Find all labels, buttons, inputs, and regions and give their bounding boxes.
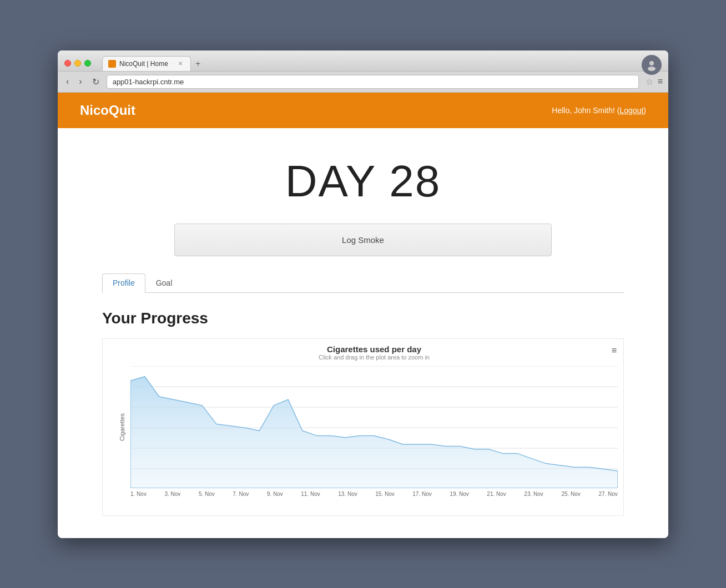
header-user-info: Hello, John Smith! (Logout) [552,106,646,115]
traffic-lights [64,60,91,67]
chart-title: Cigarettes used per day [130,344,618,354]
x-axis-labels: 1. Nov 3. Nov 5. Nov 7. Nov 9. Nov 11. N… [130,491,618,497]
app-header: NicoQuit Hello, John Smith! (Logout) [58,93,668,128]
log-smoke-button[interactable]: Log Smoke [174,224,552,256]
browser-window: NicoQuit | Home ✕ + ‹ › ↻ ☆ ≡ NicoQuit H… [58,50,668,538]
chart-title-area: Cigarettes used per day Click and drag i… [130,344,618,361]
browser-menu-icon[interactable]: ≡ [658,77,663,87]
svg-point-1 [648,67,656,71]
x-label: 3. Nov [164,491,180,497]
tab-goal[interactable]: Goal [145,273,183,293]
tab-profile[interactable]: Profile [102,273,145,293]
x-label: 23. Nov [524,491,543,497]
tab-title: NicoQuit | Home [119,60,168,68]
logout-link[interactable]: Logout [620,106,644,115]
x-label: 17. Nov [412,491,431,497]
x-label: 27. Nov [598,491,617,497]
address-input[interactable] [107,75,639,89]
greeting-end: ) [643,106,646,115]
x-label: 5. Nov [199,491,215,497]
new-tab-button[interactable]: + [191,57,205,71]
y-axis-label: Cigarettes [119,413,125,440]
close-window-button[interactable] [64,60,71,67]
app-body: DAY 28 Log Smoke Profile Goal Your Progr… [58,128,668,538]
x-label: 9. Nov [267,491,283,497]
x-label: 21. Nov [487,491,506,497]
title-bar: NicoQuit | Home ✕ + [58,50,668,72]
x-label: 15. Nov [375,491,394,497]
tab-close-icon[interactable]: ✕ [178,60,183,67]
address-bar-row: ‹ › ↻ ☆ ≡ [58,72,668,93]
tabs-nav: Profile Goal [102,273,624,293]
tab-favicon-icon [108,60,116,68]
day-counter: DAY 28 [102,156,624,207]
svg-point-0 [649,61,654,65]
back-button[interactable]: ‹ [63,75,72,88]
chart-subtitle: Click and drag in the plot area to zoom … [130,354,618,361]
x-label: 7. Nov [233,491,249,497]
forward-button[interactable]: › [76,75,84,88]
chart-container: Cigarettes used per day Click and drag i… [102,338,624,516]
browser-tab[interactable]: NicoQuit | Home ✕ [102,56,191,71]
bookmark-icon[interactable]: ☆ [646,77,653,87]
x-label: 19. Nov [450,491,468,497]
tab-bar: NicoQuit | Home ✕ + [102,56,205,71]
greeting-text: Hello, John Smith! ( [552,106,619,115]
chart-menu-icon[interactable]: ≡ [612,346,617,356]
browser-profile-icon [642,55,662,75]
x-label: 11. Nov [301,491,320,497]
refresh-button[interactable]: ↻ [89,75,102,88]
progress-section: Your Progress Cigarettes used per day Cl… [102,310,624,516]
app-logo: NicoQuit [80,103,135,118]
fullscreen-window-button[interactable] [84,60,91,67]
x-label: 25. Nov [561,491,580,497]
minimize-window-button[interactable] [74,60,81,67]
x-label: 13. Nov [338,491,357,497]
chart-svg: 20 17.5 15 12.5 10 7.5 [130,366,618,488]
chart-area[interactable]: Cigarettes 20 17.5 15 1 [130,366,618,488]
x-label: 1. Nov [130,491,147,497]
progress-title: Your Progress [102,310,624,327]
